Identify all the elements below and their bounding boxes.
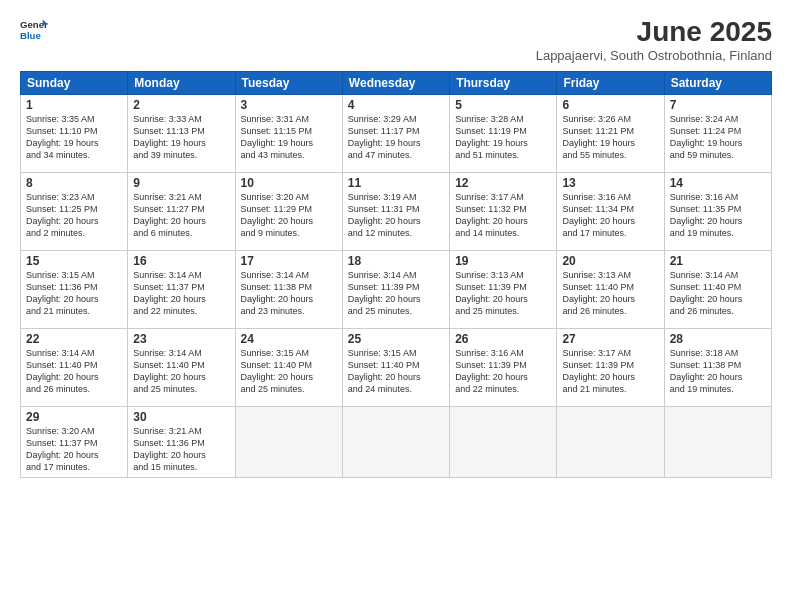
- calendar-day-cell: 5Sunrise: 3:28 AM Sunset: 11:19 PM Dayli…: [450, 95, 557, 173]
- calendar-day-cell: 14Sunrise: 3:16 AM Sunset: 11:35 PM Dayl…: [664, 173, 771, 251]
- day-number: 26: [455, 332, 551, 346]
- day-number: 3: [241, 98, 337, 112]
- day-info: Sunrise: 3:19 AM Sunset: 11:31 PM Daylig…: [348, 191, 444, 240]
- day-info: Sunrise: 3:16 AM Sunset: 11:34 PM Daylig…: [562, 191, 658, 240]
- day-info: Sunrise: 3:14 AM Sunset: 11:38 PM Daylig…: [241, 269, 337, 318]
- day-info: Sunrise: 3:14 AM Sunset: 11:40 PM Daylig…: [26, 347, 122, 396]
- calendar-week-row: 15Sunrise: 3:15 AM Sunset: 11:36 PM Dayl…: [21, 251, 772, 329]
- calendar-day-cell: 9Sunrise: 3:21 AM Sunset: 11:27 PM Dayli…: [128, 173, 235, 251]
- calendar-day-cell: 24Sunrise: 3:15 AM Sunset: 11:40 PM Dayl…: [235, 329, 342, 407]
- day-info: Sunrise: 3:26 AM Sunset: 11:21 PM Daylig…: [562, 113, 658, 162]
- day-number: 21: [670, 254, 766, 268]
- day-number: 6: [562, 98, 658, 112]
- day-number: 30: [133, 410, 229, 424]
- day-number: 10: [241, 176, 337, 190]
- weekday-header: Thursday: [450, 72, 557, 95]
- day-number: 9: [133, 176, 229, 190]
- day-info: Sunrise: 3:24 AM Sunset: 11:24 PM Daylig…: [670, 113, 766, 162]
- day-info: Sunrise: 3:14 AM Sunset: 11:37 PM Daylig…: [133, 269, 229, 318]
- subtitle: Lappajaervi, South Ostrobothnia, Finland: [536, 48, 772, 63]
- day-number: 23: [133, 332, 229, 346]
- calendar-day-cell: 12Sunrise: 3:17 AM Sunset: 11:32 PM Dayl…: [450, 173, 557, 251]
- calendar-day-cell: [557, 407, 664, 478]
- day-number: 12: [455, 176, 551, 190]
- day-info: Sunrise: 3:21 AM Sunset: 11:27 PM Daylig…: [133, 191, 229, 240]
- day-info: Sunrise: 3:16 AM Sunset: 11:35 PM Daylig…: [670, 191, 766, 240]
- day-number: 18: [348, 254, 444, 268]
- weekday-header: Sunday: [21, 72, 128, 95]
- page: General Blue June 2025 Lappajaervi, Sout…: [0, 0, 792, 612]
- main-title: June 2025: [536, 16, 772, 48]
- calendar-week-row: 22Sunrise: 3:14 AM Sunset: 11:40 PM Dayl…: [21, 329, 772, 407]
- day-info: Sunrise: 3:14 AM Sunset: 11:39 PM Daylig…: [348, 269, 444, 318]
- day-info: Sunrise: 3:23 AM Sunset: 11:25 PM Daylig…: [26, 191, 122, 240]
- day-info: Sunrise: 3:20 AM Sunset: 11:37 PM Daylig…: [26, 425, 122, 474]
- day-number: 27: [562, 332, 658, 346]
- weekday-header: Monday: [128, 72, 235, 95]
- calendar-week-row: 29Sunrise: 3:20 AM Sunset: 11:37 PM Dayl…: [21, 407, 772, 478]
- day-number: 19: [455, 254, 551, 268]
- calendar-day-cell: [235, 407, 342, 478]
- day-number: 8: [26, 176, 122, 190]
- day-number: 24: [241, 332, 337, 346]
- logo: General Blue: [20, 16, 48, 44]
- calendar-day-cell: [664, 407, 771, 478]
- day-info: Sunrise: 3:13 AM Sunset: 11:40 PM Daylig…: [562, 269, 658, 318]
- day-number: 11: [348, 176, 444, 190]
- day-number: 5: [455, 98, 551, 112]
- day-number: 22: [26, 332, 122, 346]
- calendar-day-cell: 20Sunrise: 3:13 AM Sunset: 11:40 PM Dayl…: [557, 251, 664, 329]
- weekday-header: Friday: [557, 72, 664, 95]
- calendar-day-cell: 25Sunrise: 3:15 AM Sunset: 11:40 PM Dayl…: [342, 329, 449, 407]
- day-number: 15: [26, 254, 122, 268]
- weekday-header: Wednesday: [342, 72, 449, 95]
- day-info: Sunrise: 3:15 AM Sunset: 11:40 PM Daylig…: [241, 347, 337, 396]
- day-number: 1: [26, 98, 122, 112]
- day-info: Sunrise: 3:13 AM Sunset: 11:39 PM Daylig…: [455, 269, 551, 318]
- day-number: 7: [670, 98, 766, 112]
- calendar-day-cell: 22Sunrise: 3:14 AM Sunset: 11:40 PM Dayl…: [21, 329, 128, 407]
- day-info: Sunrise: 3:20 AM Sunset: 11:29 PM Daylig…: [241, 191, 337, 240]
- calendar-day-cell: 17Sunrise: 3:14 AM Sunset: 11:38 PM Dayl…: [235, 251, 342, 329]
- day-number: 25: [348, 332, 444, 346]
- day-number: 16: [133, 254, 229, 268]
- title-block: June 2025 Lappajaervi, South Ostrobothni…: [536, 16, 772, 63]
- calendar-day-cell: 1Sunrise: 3:35 AM Sunset: 11:10 PM Dayli…: [21, 95, 128, 173]
- calendar: SundayMondayTuesdayWednesdayThursdayFrid…: [20, 71, 772, 478]
- calendar-day-cell: 30Sunrise: 3:21 AM Sunset: 11:36 PM Dayl…: [128, 407, 235, 478]
- calendar-day-cell: 16Sunrise: 3:14 AM Sunset: 11:37 PM Dayl…: [128, 251, 235, 329]
- weekday-header: Tuesday: [235, 72, 342, 95]
- calendar-day-cell: 26Sunrise: 3:16 AM Sunset: 11:39 PM Dayl…: [450, 329, 557, 407]
- calendar-day-cell: 15Sunrise: 3:15 AM Sunset: 11:36 PM Dayl…: [21, 251, 128, 329]
- calendar-day-cell: 8Sunrise: 3:23 AM Sunset: 11:25 PM Dayli…: [21, 173, 128, 251]
- calendar-day-cell: 10Sunrise: 3:20 AM Sunset: 11:29 PM Dayl…: [235, 173, 342, 251]
- calendar-day-cell: 28Sunrise: 3:18 AM Sunset: 11:38 PM Dayl…: [664, 329, 771, 407]
- day-number: 2: [133, 98, 229, 112]
- calendar-day-cell: 6Sunrise: 3:26 AM Sunset: 11:21 PM Dayli…: [557, 95, 664, 173]
- day-number: 17: [241, 254, 337, 268]
- day-info: Sunrise: 3:18 AM Sunset: 11:38 PM Daylig…: [670, 347, 766, 396]
- day-info: Sunrise: 3:17 AM Sunset: 11:39 PM Daylig…: [562, 347, 658, 396]
- day-info: Sunrise: 3:35 AM Sunset: 11:10 PM Daylig…: [26, 113, 122, 162]
- logo-icon: General Blue: [20, 16, 48, 44]
- calendar-day-cell: 29Sunrise: 3:20 AM Sunset: 11:37 PM Dayl…: [21, 407, 128, 478]
- day-info: Sunrise: 3:29 AM Sunset: 11:17 PM Daylig…: [348, 113, 444, 162]
- day-number: 28: [670, 332, 766, 346]
- day-info: Sunrise: 3:16 AM Sunset: 11:39 PM Daylig…: [455, 347, 551, 396]
- calendar-day-cell: 19Sunrise: 3:13 AM Sunset: 11:39 PM Dayl…: [450, 251, 557, 329]
- calendar-day-cell: 13Sunrise: 3:16 AM Sunset: 11:34 PM Dayl…: [557, 173, 664, 251]
- calendar-day-cell: 2Sunrise: 3:33 AM Sunset: 11:13 PM Dayli…: [128, 95, 235, 173]
- day-info: Sunrise: 3:17 AM Sunset: 11:32 PM Daylig…: [455, 191, 551, 240]
- calendar-day-cell: [450, 407, 557, 478]
- calendar-week-row: 8Sunrise: 3:23 AM Sunset: 11:25 PM Dayli…: [21, 173, 772, 251]
- header: General Blue June 2025 Lappajaervi, Sout…: [20, 16, 772, 63]
- calendar-day-cell: 27Sunrise: 3:17 AM Sunset: 11:39 PM Dayl…: [557, 329, 664, 407]
- calendar-day-cell: 11Sunrise: 3:19 AM Sunset: 11:31 PM Dayl…: [342, 173, 449, 251]
- day-info: Sunrise: 3:14 AM Sunset: 11:40 PM Daylig…: [670, 269, 766, 318]
- day-number: 4: [348, 98, 444, 112]
- day-number: 13: [562, 176, 658, 190]
- weekday-header-row: SundayMondayTuesdayWednesdayThursdayFrid…: [21, 72, 772, 95]
- day-number: 29: [26, 410, 122, 424]
- day-number: 14: [670, 176, 766, 190]
- calendar-day-cell: 18Sunrise: 3:14 AM Sunset: 11:39 PM Dayl…: [342, 251, 449, 329]
